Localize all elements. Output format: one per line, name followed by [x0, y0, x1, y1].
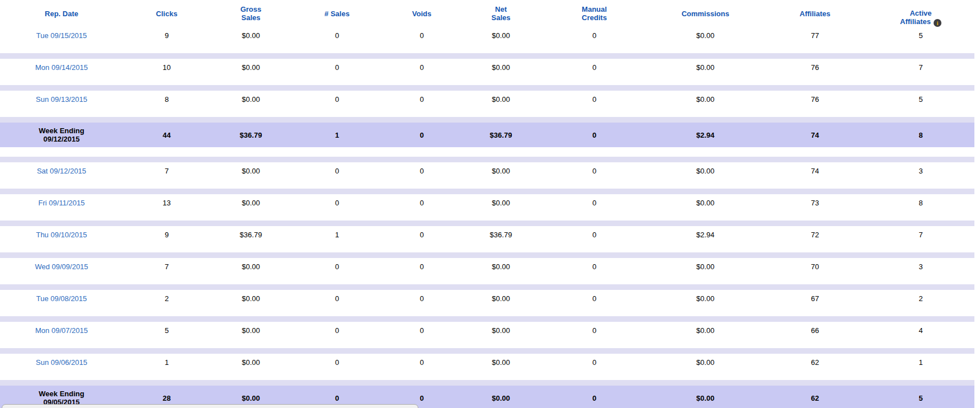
table-row: Mon 09/07/20155$0.0000$0.000$0.00664 [0, 322, 974, 339]
report-date-link[interactable]: Wed 09/09/2015 [35, 262, 88, 271]
column-header-label: Rep. Date [45, 10, 78, 18]
date-cell: Sun 09/06/2015 [0, 354, 123, 371]
date-cell: Week Ending09/12/2015 [0, 123, 123, 147]
voids-cell: 0 [383, 59, 461, 76]
clicks-cell: 44 [123, 123, 210, 147]
voids-cell: 0 [383, 162, 461, 179]
column-header-active-affiliates[interactable]: Active Affiliatesi [867, 0, 974, 27]
affiliates-cell: 76 [763, 91, 867, 107]
gross-sales-cell: $36.79 [210, 123, 291, 147]
column-header-commissions[interactable]: Commissions [648, 0, 763, 27]
commissions-cell: $0.00 [648, 91, 763, 107]
affiliates-cell: 66 [763, 322, 867, 339]
num-sales-cell: 0 [291, 59, 383, 76]
num-sales-cell: 0 [291, 354, 383, 371]
manual-credits-cell: 0 [541, 258, 648, 275]
date-cell: Tue 09/15/2015 [0, 27, 123, 44]
row-separator-band [0, 117, 974, 123]
clicks-cell: 1 [123, 354, 210, 371]
clicks-cell: 9 [123, 226, 210, 243]
date-cell: Wed 09/09/2015 [0, 258, 123, 275]
column-header-num-sales[interactable]: # Sales [291, 0, 383, 27]
clicks-cell: 13 [123, 194, 210, 211]
affiliates-cell: 67 [763, 290, 867, 307]
commissions-cell: $2.94 [648, 123, 763, 147]
voids-cell: 0 [383, 322, 461, 339]
active-affiliates-cell: 7 [867, 59, 974, 76]
manual-credits-cell: 0 [541, 322, 648, 339]
gross-sales-cell: $0.00 [210, 322, 291, 339]
table-row: Tue 09/15/20159$0.0000$0.000$0.00775 [0, 27, 974, 44]
gross-sales-cell: $0.00 [210, 290, 291, 307]
column-header-net-sales[interactable]: Net Sales [461, 0, 541, 27]
report-date-link[interactable]: Thu 09/10/2015 [36, 231, 87, 239]
row-separator-band [0, 157, 974, 162]
affiliates-cell: 70 [763, 258, 867, 275]
voids-cell: 0 [383, 290, 461, 307]
gross-sales-cell: $0.00 [210, 162, 291, 179]
column-header-rep-date[interactable]: Rep. Date [0, 0, 123, 27]
voids-cell: 0 [383, 258, 461, 275]
clicks-cell: 10 [123, 59, 210, 76]
column-header-clicks[interactable]: Clicks [123, 0, 210, 27]
net-sales-cell: $36.79 [461, 226, 541, 243]
net-sales-cell: $0.00 [461, 162, 541, 179]
date-cell: Thu 09/10/2015 [0, 226, 123, 243]
table-header-row: Rep. Date Clicks Gross Sales # Sales Voi… [0, 0, 974, 27]
row-gap [0, 107, 974, 117]
row-separator-band [0, 221, 974, 226]
table-body: Tue 09/15/20159$0.0000$0.000$0.00775Mon … [0, 27, 974, 408]
gross-sales-cell: $0.00 [210, 59, 291, 76]
report-date-link[interactable]: Tue 09/15/2015 [36, 31, 87, 40]
row-gap [0, 179, 974, 189]
table-row: Sun 09/06/20151$0.0000$0.000$0.00621 [0, 354, 974, 371]
row-separator-band [0, 348, 974, 354]
active-affiliates-cell: 8 [867, 123, 974, 147]
voids-cell: 0 [383, 354, 461, 371]
column-header-label: Voids [412, 10, 431, 18]
column-header-voids[interactable]: Voids [383, 0, 461, 27]
voids-cell: 0 [383, 123, 461, 147]
commissions-cell: $0.00 [648, 354, 763, 371]
affiliates-cell: 62 [763, 354, 867, 371]
row-separator-band [0, 316, 974, 322]
info-icon[interactable]: i [934, 19, 941, 27]
date-cell: Tue 09/08/2015 [0, 290, 123, 307]
num-sales-cell: 0 [291, 27, 383, 44]
report-date-link[interactable]: Sat 09/12/2015 [37, 167, 86, 175]
column-header-affiliates[interactable]: Affiliates [763, 0, 867, 27]
report-date-link[interactable]: Tue 09/08/2015 [36, 294, 87, 303]
gross-sales-cell: $0.00 [210, 354, 291, 371]
report-date-link[interactable]: Mon 09/07/2015 [35, 326, 88, 335]
row-gap [0, 307, 974, 316]
clicks-cell: 9 [123, 27, 210, 44]
column-header-label: Clicks [156, 10, 177, 18]
gross-sales-cell: $0.00 [210, 91, 291, 107]
clicks-cell: 2 [123, 290, 210, 307]
active-affiliates-cell: 8 [867, 194, 974, 211]
voids-cell: 0 [383, 91, 461, 107]
table-row: Sat 09/12/20157$0.0000$0.000$0.00743 [0, 162, 974, 179]
voids-cell: 0 [383, 194, 461, 211]
manual-credits-cell: 0 [541, 386, 648, 408]
row-separator-band [0, 53, 974, 59]
num-sales-cell: 0 [291, 290, 383, 307]
row-gap [0, 371, 974, 380]
commissions-cell: $0.00 [648, 59, 763, 76]
manual-credits-cell: 0 [541, 162, 648, 179]
column-header-label: Manual Credits [582, 5, 607, 22]
horizontal-scrollbar-thumb[interactable] [2, 404, 418, 408]
report-date-link[interactable]: Mon 09/14/2015 [35, 63, 88, 72]
active-affiliates-cell: 5 [867, 27, 974, 44]
report-date-link[interactable]: Sun 09/06/2015 [36, 358, 87, 367]
commissions-cell: $0.00 [648, 386, 763, 408]
table-row: Thu 09/10/20159$36.7910$36.790$2.94727 [0, 226, 974, 243]
column-header-gross-sales[interactable]: Gross Sales [210, 0, 291, 27]
week-summary-row: Week Ending09/12/201544$36.7910$36.790$2… [0, 123, 974, 147]
row-gap [0, 243, 974, 252]
report-date-link[interactable]: Fri 09/11/2015 [39, 199, 85, 207]
report-date-link[interactable]: Sun 09/13/2015 [36, 95, 87, 104]
affiliates-cell: 76 [763, 59, 867, 76]
table-row: Mon 09/14/201510$0.0000$0.000$0.00767 [0, 59, 974, 76]
column-header-manual-credits[interactable]: Manual Credits [541, 0, 648, 27]
